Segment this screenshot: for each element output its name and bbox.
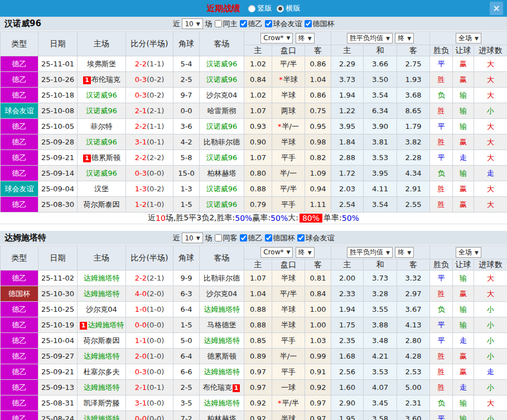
league-filter-0-1[interactable]: 球会友谊 (265, 19, 302, 29)
handicap: 一球 (272, 380, 305, 395)
odds-source-header: Crow*▼ 终▼ (244, 246, 331, 259)
handicap: *平/半 (272, 395, 305, 411)
odds-home: 0.90 (244, 134, 272, 150)
avg-away: 4.13 (397, 317, 430, 333)
league-checkbox[interactable] (305, 20, 312, 27)
avg-select[interactable]: 胜平负均值▼ (347, 33, 393, 44)
final-avg-select[interactable]: 终▼ (395, 33, 414, 44)
same-venue-checkbox[interactable] (215, 234, 222, 242)
final-odds-select[interactable]: 终▼ (296, 247, 315, 258)
result-cell: 胜 (430, 364, 453, 380)
final-avg-select[interactable]: 终▼ (395, 247, 414, 258)
league-checkbox[interactable] (240, 20, 247, 27)
match-date: 25-09-28 (38, 134, 78, 150)
titlebar: 近期战绩 竖版 横版 ✕ (0, 0, 507, 17)
same-venue-filter[interactable]: 同主 (215, 19, 238, 29)
handicap: *半球 (272, 72, 305, 88)
result-cell: 胜 (430, 380, 453, 395)
corner-score: 3-5 (173, 395, 200, 411)
odds-home: 0.84 (244, 72, 272, 88)
team-name: 柏林赫塔 (207, 414, 236, 420)
handicap: 平手 (272, 197, 305, 213)
odds-away: 1.04 (305, 72, 331, 88)
home-team-cell: 汉诺威96 (78, 166, 126, 181)
avg-draw: 3.58 (364, 411, 397, 420)
league-type-badge: 德乙 (1, 150, 38, 166)
full-match-select[interactable]: 全场▼ (456, 33, 481, 44)
layout-radio-vertical[interactable]: 竖版 (248, 3, 272, 13)
league-filter-1-2[interactable]: 球会友谊 (297, 233, 335, 243)
dropdown-arrow-icon: ▼ (308, 250, 312, 255)
avg-draw: 4.07 (364, 380, 397, 395)
corner-score: 6-4 (173, 349, 200, 364)
result-cell: 平 (430, 271, 453, 286)
unit-label: 场 (205, 19, 213, 29)
col-type: 类型 (1, 32, 38, 56)
league-checkbox[interactable] (265, 234, 272, 242)
team-name: 汉诺威96 (206, 185, 238, 193)
close-button[interactable]: ✕ (490, 2, 503, 15)
goals-result-cell: 小 (474, 333, 507, 349)
odds-away: 0.97 (305, 411, 331, 420)
team-name: 汉诺威96 (86, 169, 117, 177)
crow-select[interactable]: Crow*▼ (260, 33, 293, 44)
home-team-cell: 埃弗斯堡 (78, 56, 126, 72)
odds-home: 0.92 (244, 411, 272, 420)
avg-select[interactable]: 胜平负均值▼ (347, 247, 393, 258)
league-filter-0-0[interactable]: 德乙 (240, 19, 263, 29)
avg-away: 4.34 (397, 166, 430, 181)
match-score: 0-3(0-0) (126, 364, 173, 380)
team-name: 达姆施塔特 (84, 289, 120, 298)
team-name: 达姆施塔特 (204, 305, 240, 313)
goals-result-cell: 大 (474, 395, 507, 411)
same-venue-checkbox[interactable] (215, 20, 222, 27)
sub-away: 客 (305, 45, 331, 56)
match-count-select[interactable]: 10▼ (182, 233, 202, 243)
handicap-result-cell: 走 (453, 333, 474, 349)
home-team-cell: 1达姆施塔特 (78, 317, 126, 333)
layout-radio-horizontal[interactable]: 横版 (277, 3, 301, 13)
match-date: 25-10-26 (38, 72, 78, 88)
final-odds-select[interactable]: 终▼ (296, 33, 315, 44)
team-name: 达姆施塔特 (204, 399, 240, 407)
rank-badge: 1 (233, 384, 240, 392)
same-venue-filter[interactable]: 同客 (215, 233, 238, 243)
team-name: 沙尔克04 (206, 91, 238, 99)
league-type-badge: 德乙 (1, 166, 38, 181)
team-name: 沙尔克04 (86, 305, 117, 313)
away-team-cell: 汉诺威96 (200, 72, 244, 88)
goals-result-cell: 小 (474, 349, 507, 364)
goals-result-cell: 大 (474, 150, 507, 166)
section-team-name: 达姆施塔特 (4, 233, 46, 243)
match-count-select[interactable]: 10▼ (182, 18, 202, 29)
dialog-title: 近期战绩 (207, 3, 240, 14)
radio-checked-icon[interactable] (277, 5, 284, 12)
odds-away: 0.82 (305, 150, 331, 166)
league-checkbox[interactable] (265, 20, 272, 27)
full-match-select[interactable]: 全场▼ (456, 247, 481, 258)
league-type-badge: 德国杯 (1, 286, 38, 302)
odds-home: 0.89 (244, 349, 272, 364)
corner-score: 5-0 (173, 333, 200, 349)
crow-select[interactable]: Crow*▼ (260, 247, 293, 258)
league-checkbox[interactable] (297, 234, 305, 242)
team-section: 达姆施塔特 近 10▼ 场 同客 德乙德国杯球会友谊 类型 (0, 231, 507, 420)
league-checkbox[interactable] (240, 234, 247, 242)
radio-unchecked-icon[interactable] (248, 5, 255, 12)
league-filter-1-0[interactable]: 德乙 (240, 233, 263, 243)
match-row: 球会友谊25-09-04汉堡1-3(0-2)1-3汉诺威960.88平/半0.9… (1, 181, 507, 197)
match-date: 25-10-04 (38, 333, 78, 349)
league-filter-1-1[interactable]: 德国杯 (265, 233, 295, 243)
away-team-cell: 达姆施塔特 (200, 395, 244, 411)
match-score: 0-0(0-0) (126, 317, 173, 333)
match-score: 2-2(2-1) (126, 271, 173, 286)
sub-avg-away: 客 (397, 259, 430, 271)
filter-bar: 近 10▼ 场 同客 德乙德国杯球会友谊 (0, 233, 507, 243)
away-team-cell: 汉诺威96 (200, 181, 244, 197)
close-icon: ✕ (492, 3, 500, 14)
team-name: 荷尔斯泰因 (84, 200, 120, 209)
league-filter-0-2[interactable]: 德国杯 (305, 19, 335, 29)
away-team-cell: 哈雷斯彻 (200, 103, 244, 119)
team-name: 达姆施塔特 (204, 336, 240, 345)
match-score: 1-0(1-0) (126, 302, 173, 317)
